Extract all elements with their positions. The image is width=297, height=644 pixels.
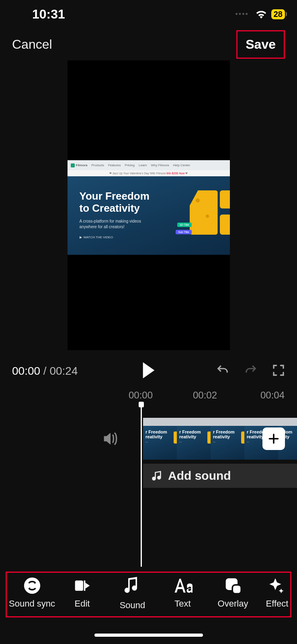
home-indicator[interactable] — [94, 634, 203, 637]
bottom-toolbar: Sound sync Edit Sound Text Overlay Effec… — [7, 577, 290, 611]
nav-item: Help Center — [173, 163, 190, 167]
tool-label: Effect — [266, 599, 289, 609]
fullscreen-button[interactable] — [272, 364, 285, 378]
video-preview[interactable]: Filmora Products Features Pricing Learn … — [68, 60, 230, 350]
add-sound-label: Add sound — [168, 469, 231, 483]
ruler-tick: 00:02 — [193, 390, 217, 401]
ruler-tick: 00:00 — [129, 390, 153, 401]
nav-item: Why Filmora — [151, 163, 169, 167]
clip-thumbnail[interactable]: r Freedomreativity— — [143, 418, 177, 460]
cancel-button[interactable]: Cancel — [12, 37, 52, 52]
nav-item: Features — [108, 163, 121, 167]
redo-icon — [244, 363, 258, 377]
speaker-icon — [102, 431, 119, 446]
effect-icon — [266, 577, 284, 594]
add-clip-button[interactable] — [262, 427, 285, 450]
undo-button[interactable] — [216, 363, 229, 379]
tag-3d-title: 3D Title — [177, 223, 192, 227]
tool-sound[interactable]: Sound — [107, 577, 158, 611]
play-button[interactable] — [141, 362, 156, 380]
tool-label: Sound sync — [9, 599, 55, 609]
sound-icon — [124, 577, 141, 596]
wifi-icon — [255, 10, 267, 19]
plus-icon — [267, 432, 280, 445]
status-right: •••• 28 — [236, 9, 285, 19]
bottom-toolbar-highlight: Sound sync Edit Sound Text Overlay Effec… — [6, 572, 291, 617]
battery-icon: 28 — [271, 9, 285, 19]
volume-button[interactable] — [102, 431, 119, 448]
ruler-tick: 00:04 — [260, 390, 285, 401]
tool-edit[interactable]: Edit — [57, 577, 107, 611]
fullscreen-icon — [272, 364, 285, 377]
tool-text[interactable]: Text — [158, 577, 208, 611]
tool-label: Edit — [75, 599, 90, 609]
nav-item: Pricing — [125, 163, 135, 167]
text-icon — [173, 577, 193, 594]
tool-effect[interactable]: Effect — [258, 577, 292, 611]
music-note-icon — [151, 470, 162, 481]
preview-area: Filmora Products Features Pricing Learn … — [0, 60, 297, 350]
overlay-icon — [224, 577, 242, 594]
tool-overlay[interactable]: Overlay — [208, 577, 258, 611]
clip-thumbnail[interactable]: r Freedomreativity— — [211, 418, 244, 460]
tool-sound-sync[interactable]: Sound sync — [7, 577, 57, 611]
promo-strip: ❤ Jazz Up Your Valentine's Day With Film… — [68, 170, 230, 176]
watch-video-link: ▶ WATCH THE VIDEO — [80, 235, 230, 239]
total-time: 00:24 — [49, 365, 78, 377]
timeline[interactable]: r Freedomreativity— r Freedomreativity— … — [0, 406, 297, 567]
nav-item: Learn — [139, 163, 147, 167]
redo-button[interactable] — [244, 363, 258, 379]
status-time: 10:31 — [32, 7, 65, 22]
add-sound-button[interactable]: Add sound — [143, 464, 297, 488]
svg-point-0 — [153, 477, 155, 480]
tool-label: Sound — [120, 600, 145, 611]
undo-icon — [216, 363, 229, 377]
website-navbar: Filmora Products Features Pricing Learn … — [68, 160, 230, 170]
timecode: 00:00 / 00:24 — [12, 365, 78, 378]
save-button[interactable]: Save — [246, 37, 276, 52]
tag-sub-title: Sub Title — [176, 230, 191, 234]
current-time: 00:00 — [12, 365, 40, 377]
editor-header: Cancel Save — [0, 28, 297, 60]
svg-rect-6 — [232, 585, 241, 594]
play-icon — [141, 362, 156, 378]
cheese-graphic-icon — [220, 215, 230, 235]
edit-icon — [74, 577, 91, 594]
svg-point-1 — [158, 477, 160, 479]
sound-sync-icon — [23, 577, 41, 594]
svg-rect-3 — [75, 580, 83, 591]
tool-label: Text — [174, 599, 190, 609]
svg-rect-4 — [84, 580, 85, 591]
hero-section: Your Freedomto Creativity A cross-platfo… — [68, 176, 230, 255]
website-brand: Filmora — [71, 163, 88, 167]
cellular-dots-icon: •••• — [236, 10, 249, 19]
playhead[interactable] — [141, 402, 142, 567]
timeline-ruler[interactable]: 00:00 00:02 00:04 — [0, 387, 297, 403]
preview-frame-content: Filmora Products Features Pricing Learn … — [68, 160, 230, 255]
cheese-graphic-icon — [220, 190, 230, 208]
nav-item: Products — [91, 163, 104, 167]
clip-thumbnail[interactable]: r Freedomreativity— — [177, 418, 211, 460]
svg-point-2 — [24, 578, 40, 594]
status-bar: 10:31 •••• 28 — [0, 0, 297, 28]
playback-bar: 00:00 / 00:24 — [0, 355, 297, 387]
hero-subtitle: A cross-platform for making videos anywh… — [80, 219, 152, 230]
tool-label: Overlay — [218, 599, 248, 609]
save-highlight: Save — [236, 30, 285, 59]
